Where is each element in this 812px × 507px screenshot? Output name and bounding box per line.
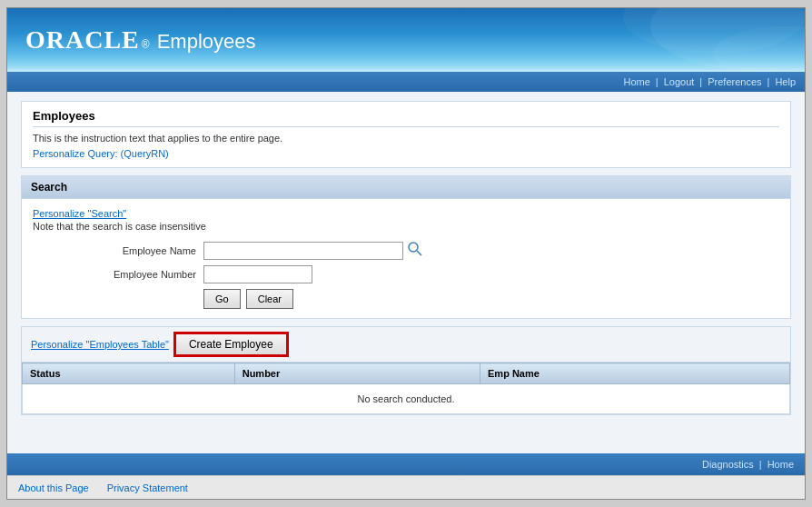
instruction-text: This is the instruction text that applie…: [33, 133, 779, 144]
about-page-link[interactable]: About this Page: [18, 482, 89, 493]
personalize-query-link[interactable]: Personalize Query: (QueryRN): [33, 148, 169, 159]
search-body: Personalize "Search" Note that the searc…: [22, 199, 790, 318]
magnifier-icon: [407, 241, 423, 257]
employee-number-label: Employee Number: [87, 269, 196, 280]
column-header-status: Status: [23, 363, 235, 384]
personalize-table-link[interactable]: Personalize "Employees Table": [31, 339, 169, 350]
no-results-row: No search conducted.: [23, 384, 790, 414]
page-title-section: Employees This is the instruction text t…: [21, 101, 791, 168]
nav-links: Home | Logout | Preferences | Help: [623, 76, 796, 87]
nav-logout[interactable]: Logout: [664, 76, 695, 87]
search-icon-button[interactable]: [407, 241, 423, 260]
no-results-message: No search conducted.: [23, 384, 790, 414]
employee-number-row: Employee Number: [33, 265, 779, 283]
privacy-statement-link[interactable]: Privacy Statement: [107, 482, 188, 493]
create-employee-button[interactable]: Create Employee: [174, 333, 288, 356]
bottom-bar: About this Page Privacy Statement: [7, 475, 805, 499]
search-note: Note that the search is case insensitive: [33, 221, 779, 232]
table-header-row: Status Number Emp Name: [23, 363, 790, 384]
personalize-search-link[interactable]: Personalize "Search": [33, 208, 779, 219]
svg-line-4: [417, 251, 421, 255]
column-header-emp-name: Emp Name: [480, 363, 790, 384]
registered-mark: ®: [142, 38, 150, 51]
go-button[interactable]: Go: [203, 289, 241, 309]
nav-bar: Home | Logout | Preferences | Help: [7, 72, 805, 92]
employee-name-input[interactable]: [203, 242, 403, 260]
nav-preferences[interactable]: Preferences: [708, 76, 761, 87]
page-title: Employees: [33, 109, 779, 127]
footer-diagnostics[interactable]: Diagnostics: [702, 459, 754, 470]
nav-help[interactable]: Help: [775, 76, 796, 87]
footer-home[interactable]: Home: [767, 459, 794, 470]
app-header: ORACLE® Employees: [7, 8, 805, 72]
employee-number-input[interactable]: [203, 265, 312, 283]
app-title: Employees: [157, 30, 256, 54]
header-decoration: [532, 8, 805, 72]
search-section-header: Search: [22, 176, 790, 199]
search-button-row: Go Clear: [33, 289, 779, 309]
search-section: Search Personalize "Search" Note that th…: [21, 175, 791, 319]
column-header-number: Number: [234, 363, 480, 384]
footer-links: Diagnostics | Home: [702, 459, 794, 470]
employee-name-row: Employee Name: [33, 241, 779, 260]
main-content: Employees This is the instruction text t…: [7, 92, 805, 453]
table-section: Personalize "Employees Table" Create Emp…: [21, 326, 791, 415]
table-actions: Personalize "Employees Table" Create Emp…: [22, 327, 790, 363]
svg-point-3: [409, 243, 418, 252]
oracle-logo: ORACLE® Employees: [25, 25, 255, 55]
oracle-wordmark: ORACLE: [25, 25, 140, 55]
employees-table: Status Number Emp Name No search conduct…: [22, 363, 790, 414]
clear-button[interactable]: Clear: [246, 289, 293, 309]
employee-name-label: Employee Name: [87, 245, 196, 256]
footer: Diagnostics | Home: [7, 453, 805, 475]
nav-home[interactable]: Home: [623, 76, 649, 87]
